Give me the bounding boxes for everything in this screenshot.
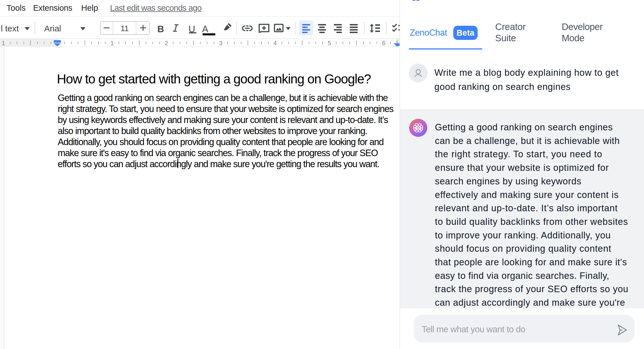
svg-text:1: 1 xyxy=(110,40,114,47)
svg-text:2: 2 xyxy=(165,40,168,47)
svg-text:5: 5 xyxy=(328,40,331,47)
svg-text:1: 1 xyxy=(2,40,5,47)
svg-text:4: 4 xyxy=(273,40,277,47)
svg-text:6: 6 xyxy=(382,40,385,47)
svg-text:3: 3 xyxy=(219,40,222,47)
